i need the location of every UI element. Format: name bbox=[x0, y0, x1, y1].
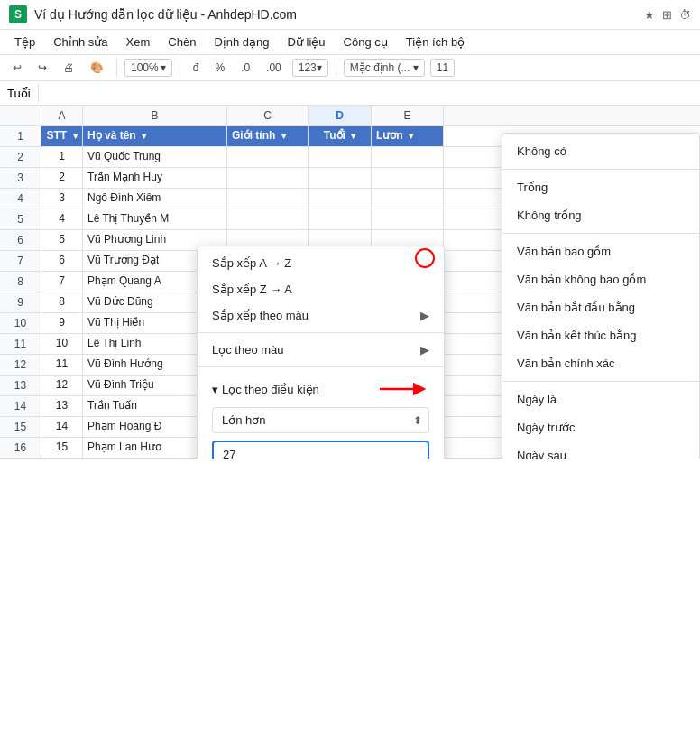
cell-stt: 2 bbox=[41, 168, 83, 188]
header-luong[interactable]: Lươn ▾ bbox=[372, 126, 444, 146]
menu-file[interactable]: Tệp bbox=[7, 32, 42, 52]
cell-stt: 14 bbox=[41, 417, 83, 437]
row-num: 8 bbox=[0, 272, 41, 292]
condition-textstartswith-item[interactable]: Văn bản bắt đầu bằng bbox=[502, 293, 699, 321]
condition-textcontains-item[interactable]: Văn bản bao gồm bbox=[502, 237, 699, 265]
currency-btn[interactable]: đ bbox=[188, 59, 205, 77]
row-num: 16 bbox=[0, 438, 41, 458]
sort-by-color-item[interactable]: Sắp xếp theo màu ▶ bbox=[198, 302, 444, 329]
cell-tuoi bbox=[309, 168, 372, 188]
cell-gioitinh bbox=[227, 189, 309, 209]
condition-textexact-item[interactable]: Văn bản chính xác bbox=[502, 349, 699, 377]
history-icon[interactable]: ⏱ bbox=[679, 8, 691, 22]
sort-za-label: Sắp xếp Z → A bbox=[212, 283, 292, 296]
star-icon[interactable]: ★ bbox=[644, 8, 655, 22]
col-header-a: A bbox=[41, 106, 83, 125]
cell-stt: 3 bbox=[41, 189, 83, 209]
undo-button[interactable]: ↩ bbox=[7, 59, 27, 77]
condition-empty-item[interactable]: Trống bbox=[502, 173, 699, 201]
filter-by-color-item[interactable]: Lọc theo màu ▶ bbox=[198, 337, 444, 363]
filter-condition-label[interactable]: ▾ Lọc theo điều kiện bbox=[212, 378, 429, 400]
sort-az-item[interactable]: Sắp xếp A → Z bbox=[198, 250, 444, 276]
cell-stt: 5 bbox=[41, 230, 83, 250]
cell-luong bbox=[372, 147, 444, 167]
cell-stt: 1 bbox=[41, 147, 83, 167]
cell-hoten: Trần Mạnh Huy bbox=[83, 168, 227, 188]
title-icons: ★ ⊞ ⏱ bbox=[644, 8, 691, 22]
col-header-row bbox=[0, 106, 41, 125]
col-header-e: E bbox=[372, 106, 444, 125]
filter-sep-2 bbox=[198, 366, 444, 367]
zoom-arrow: ▾ bbox=[161, 61, 166, 74]
menu-format[interactable]: Định dạng bbox=[207, 32, 276, 52]
condition-notempty-item[interactable]: Không trống bbox=[502, 201, 699, 229]
row-num: 9 bbox=[0, 292, 41, 312]
condition-select-wrap: Lớn hơn ⬍ bbox=[212, 407, 429, 433]
menu-insert[interactable]: Chèn bbox=[161, 32, 203, 52]
condition-dateafter-item[interactable]: Ngày sau bbox=[502, 441, 699, 459]
redo-button[interactable]: ↪ bbox=[32, 59, 52, 77]
toolbar: ↩ ↪ 🖨 🎨 100% ▾ đ % .0 .00 123▾ Mặc định … bbox=[0, 55, 700, 81]
more-decimals-label: 123▾ bbox=[299, 61, 322, 74]
menu-view[interactable]: Xem bbox=[119, 32, 158, 52]
more-decimals[interactable]: 123▾ bbox=[292, 59, 328, 77]
spreadsheet: A B C D E 1 STT ▾ Họ và tên ▾ Giới tính … bbox=[0, 106, 700, 459]
row-num: 13 bbox=[0, 376, 41, 395]
header-gioitinh[interactable]: Giới tính ▾ bbox=[227, 126, 309, 146]
row-num: 6 bbox=[0, 230, 41, 250]
condition-no-item[interactable]: Không có bbox=[502, 137, 699, 165]
decimal1-btn[interactable]: .0 bbox=[235, 59, 255, 77]
cell-stt: 4 bbox=[41, 209, 83, 229]
cell-luong bbox=[372, 209, 444, 229]
row-num: 5 bbox=[0, 209, 41, 229]
condition-value-input[interactable]: 27 bbox=[212, 441, 429, 459]
condition-datebefore-item[interactable]: Ngày trước bbox=[502, 413, 699, 441]
font-selector[interactable]: Mặc định (... ▾ bbox=[344, 59, 425, 77]
condition-dateis-item[interactable]: Ngày là bbox=[502, 385, 699, 413]
menu-addons[interactable]: Tiện ích bộ bbox=[399, 32, 472, 52]
paint-button[interactable]: 🎨 bbox=[85, 59, 109, 77]
row-num: 10 bbox=[0, 313, 41, 333]
filter-icon-tuoi[interactable]: ▾ bbox=[351, 131, 355, 141]
menu-bar: Tệp Chỉnh sửa Xem Chèn Định dạng Dữ liệu… bbox=[0, 30, 700, 55]
expand-icon: ▾ bbox=[212, 383, 218, 396]
cell-luong bbox=[372, 168, 444, 188]
percent-btn[interactable]: % bbox=[209, 59, 230, 77]
header-stt[interactable]: STT ▾ bbox=[41, 126, 83, 146]
row-num: 7 bbox=[0, 251, 41, 271]
filter-icon-hoten[interactable]: ▾ bbox=[142, 131, 146, 141]
row-num: 4 bbox=[0, 189, 41, 209]
row-num-1: 1 bbox=[0, 126, 41, 146]
header-hoten[interactable]: Họ và tên ▾ bbox=[83, 126, 227, 146]
font-size-value: 11 bbox=[437, 61, 448, 74]
cell-tuoi bbox=[309, 209, 372, 229]
condition-textnotcontains-item[interactable]: Văn bản không bao gồm bbox=[502, 265, 699, 293]
font-size-selector[interactable]: 11 bbox=[430, 59, 455, 77]
filter-icon-luong[interactable]: ▾ bbox=[409, 131, 413, 141]
toolbar-sep-2 bbox=[180, 59, 180, 77]
menu-edit[interactable]: Chỉnh sửa bbox=[46, 32, 115, 52]
right-sep-2 bbox=[502, 381, 699, 382]
condition-textendswith-item[interactable]: Văn bản kết thúc bằng bbox=[502, 321, 699, 349]
decimal2-btn[interactable]: .00 bbox=[261, 59, 287, 77]
filter-condition-section: ▾ Lọc theo điều kiện Lớn bbox=[198, 371, 444, 459]
col-header-d: D bbox=[309, 106, 372, 125]
header-tuoi[interactable]: Tuổi ▾ bbox=[309, 126, 372, 146]
row-num: 14 bbox=[0, 396, 41, 416]
bookmark-icon[interactable]: ⊞ bbox=[662, 8, 672, 22]
filter-icon-stt[interactable]: ▾ bbox=[73, 131, 78, 141]
red-arrow-icon bbox=[380, 378, 429, 400]
cell-stt: 11 bbox=[41, 355, 83, 375]
print-button[interactable]: 🖨 bbox=[58, 59, 79, 77]
cell-reference: Tuổi bbox=[7, 87, 31, 100]
formula-separator bbox=[38, 84, 39, 102]
zoom-control[interactable]: 100% ▾ bbox=[124, 59, 172, 77]
sort-za-item[interactable]: Sắp xếp Z → A bbox=[198, 276, 444, 302]
sort-az-label: Sắp xếp A → Z bbox=[212, 256, 291, 270]
menu-data[interactable]: Dữ liệu bbox=[281, 32, 333, 52]
filter-icon-gioitinh[interactable]: ▾ bbox=[281, 131, 286, 141]
font-value: Mặc định (... ▾ bbox=[350, 61, 419, 74]
menu-tools[interactable]: Công cụ bbox=[336, 32, 395, 52]
filter-by-color-arrow: ▶ bbox=[420, 343, 429, 357]
condition-select[interactable]: Lớn hơn bbox=[212, 407, 429, 433]
